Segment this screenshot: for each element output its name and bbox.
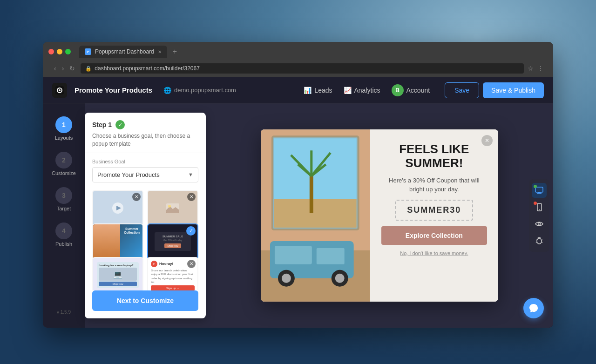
svg-line-33 [536, 240, 537, 240]
step-description: Choose a business goal, then choose a po… [92, 132, 198, 148]
popup-content-side: FEELS LIKE SUMMER! Here's a 30% Off Coup… [370, 129, 498, 302]
reload-button[interactable]: ↻ [68, 64, 77, 73]
maximize-dot[interactable] [65, 49, 71, 54]
popup-modal-preview: ✕ [261, 129, 498, 302]
forward-button[interactable]: › [60, 64, 66, 73]
new-tab-button[interactable]: + [169, 46, 181, 58]
header-actions: Save Save & Publish [445, 82, 544, 98]
account-label: Account [406, 87, 430, 94]
hooray-text: Share our launch celebration, enjoy a 20… [151, 269, 195, 284]
step-4-circle: 4 [55, 222, 72, 239]
preview-area: ✕ [206, 103, 553, 328]
step-4-item[interactable]: 4 Publish [52, 219, 76, 250]
template-summer[interactable]: SummerCollection [92, 223, 143, 260]
leads-icon: 📊 [304, 87, 312, 94]
header-nav: 📊 Leads 📈 Analytics B Account [304, 84, 430, 96]
bookmark-icon[interactable]: ☆ [528, 65, 534, 72]
template-hooray[interactable]: P Hooray! Share our launch celebration, … [147, 257, 198, 290]
svg-point-16 [335, 274, 345, 283]
svg-point-32 [537, 238, 542, 244]
template-panel: Step 1 ✓ Choose a business goal, then ch… [85, 113, 206, 318]
active-tab[interactable]: P Popupsmart Dashboard ✕ [79, 46, 167, 58]
main-area: 1 Layouts 2 Customize 3 Target 4 Publish… [43, 103, 553, 328]
template-remove-icon[interactable]: ✕ [132, 193, 141, 201]
sidebar-version: v 1.5.9 [53, 306, 74, 318]
next-to-customize-button[interactable]: Next to Customize [92, 290, 198, 311]
url-text: dashboard.popupsmart.com/builder/32067 [95, 65, 199, 72]
svg-point-14 [282, 274, 291, 283]
steps-sidebar: 1 Layouts 2 Customize 3 Target 4 Publish… [43, 103, 85, 328]
chat-support-button[interactable] [523, 298, 544, 318]
app-header: Promote Your Products 🌐 demo.popupsmart.… [43, 77, 553, 103]
step-3-label: Target [57, 206, 71, 211]
debug-button[interactable] [532, 233, 547, 248]
step-1-label: Layouts [55, 135, 73, 141]
template-remove-icon-2[interactable]: ✕ [187, 193, 196, 201]
hooray-cta: Sign up → [151, 285, 195, 290]
template-laptop[interactable]: Looking for a new laptop? 💻 Shop Now [92, 257, 143, 290]
step-2-item[interactable]: 2 Customize [48, 148, 80, 180]
svg-point-30 [539, 209, 540, 210]
analytics-nav-item[interactable]: 📈 Analytics [344, 87, 380, 94]
svg-rect-28 [537, 193, 542, 194]
popup-close-button[interactable]: ✕ [481, 135, 493, 146]
close-dot[interactable] [48, 49, 54, 54]
svg-line-34 [542, 240, 542, 240]
goal-select-dropdown[interactable]: Promote Your Products ▼ [92, 167, 198, 182]
browser-controls: P Popupsmart Dashboard ✕ + [48, 46, 548, 58]
save-button[interactable]: Save [445, 82, 479, 98]
decline-link[interactable]: No, I don't like to save money. [400, 250, 468, 256]
tab-favicon: P [85, 48, 91, 55]
step-2-label: Customize [52, 170, 76, 176]
app-title: Promote Your Products [74, 86, 152, 94]
step-header: Step 1 ✓ [92, 120, 198, 129]
leads-label: Leads [314, 87, 332, 94]
template-summer-preview: SummerCollection [93, 224, 142, 259]
popup-image-side [261, 129, 370, 302]
mobile-view-button[interactable] [532, 200, 547, 215]
tab-title: Popupsmart Dashboard [95, 48, 154, 55]
explore-collection-button[interactable]: Explore Collection [381, 226, 487, 245]
desktop-view-button[interactable] [532, 183, 547, 198]
save-publish-button[interactable]: Save & Publish [483, 82, 544, 98]
goal-label: Business Goal [92, 159, 198, 164]
step-check-icon: ✓ [115, 120, 125, 129]
goal-selected-value: Promote Your Products [97, 171, 160, 178]
site-url: demo.popupsmart.com [174, 87, 236, 94]
popup-subtitle: Here's a 30% Off Coupon that will bright… [381, 176, 487, 194]
coupon-code-box: SUMMER30 [395, 200, 473, 221]
app-content: Promote Your Products 🌐 demo.popupsmart.… [43, 77, 553, 328]
minimize-dot[interactable] [57, 49, 62, 54]
svg-rect-12 [317, 248, 345, 264]
account-avatar: B [392, 84, 404, 96]
site-badge: 🌐 demo.popupsmart.com [163, 87, 236, 94]
menu-icon[interactable]: ⋮ [537, 65, 544, 72]
template-dark[interactable]: SUMMER SALE Get 30% off today Shop Now ✓ [147, 223, 198, 260]
svg-rect-19 [274, 199, 357, 228]
nav-buttons: ‹ › ↻ [52, 64, 77, 73]
preview-button[interactable] [532, 216, 547, 231]
template-video[interactable]: ✕ [92, 190, 143, 227]
back-button[interactable]: ‹ [52, 64, 58, 73]
tab-close-button[interactable]: ✕ [158, 49, 162, 54]
step-1-item[interactable]: 1 Layouts [51, 113, 77, 144]
svg-point-2 [59, 89, 61, 91]
analytics-label: Analytics [354, 87, 380, 94]
step-4-label: Publish [55, 241, 72, 247]
device-toolbar [529, 179, 549, 252]
popup-main-title: FEELS LIKE SUMMER! [399, 142, 469, 170]
template-image[interactable]: ✕ [147, 190, 198, 227]
svg-rect-18 [274, 138, 357, 199]
svg-line-35 [536, 242, 537, 243]
address-bar[interactable]: 🔒 dashboard.popupsmart.com/builder/32067 [81, 63, 524, 74]
browser-chrome: P Popupsmart Dashboard ✕ + ‹ › ↻ 🔒 dashb… [43, 42, 553, 77]
chevron-down-icon: ▼ [188, 172, 193, 177]
account-nav-item[interactable]: B Account [392, 84, 430, 96]
svg-rect-27 [538, 192, 541, 193]
step-3-item[interactable]: 3 Target [52, 183, 76, 215]
hooray-remove-icon[interactable]: ✕ [187, 260, 196, 268]
template-laptop-preview: Looking for a new laptop? 💻 Shop Now [93, 258, 142, 290]
step-number-label: Step 1 [92, 121, 112, 128]
templates-grid: ✕ ✕ [85, 186, 206, 290]
leads-nav-item[interactable]: 📊 Leads [304, 87, 332, 94]
